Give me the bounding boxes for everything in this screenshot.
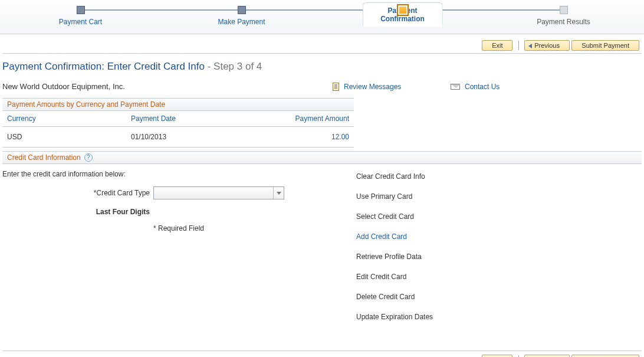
contact-us-label: Contact Us (465, 83, 500, 91)
chevron-down-icon (277, 192, 281, 195)
previous-label: Previous (534, 42, 560, 49)
action-add-cc[interactable]: Add Credit Card (356, 230, 642, 250)
wizard-step-payment-results[interactable]: Payment Results (483, 0, 644, 26)
wizard-step-make-payment[interactable]: Make Payment (161, 0, 322, 26)
col-currency[interactable]: Currency (2, 111, 126, 127)
section-title: Credit Card Information (7, 153, 81, 162)
col-payment-date[interactable]: Payment Date (126, 111, 274, 127)
form-row-last-four: Last Four Digits (2, 208, 333, 216)
last-four-label: Last Four Digits (2, 208, 153, 216)
action-clear-cc[interactable]: Clear Credit Card Info (356, 170, 642, 190)
contact-us-link[interactable]: Contact Us (451, 83, 545, 91)
col-payment-amount[interactable]: Payment Amount (274, 111, 354, 127)
cell-currency: USD (2, 127, 126, 148)
section-cc-info: Credit Card Information ? (2, 151, 642, 164)
payment-amounts-table: Currency Payment Date Payment Amount USD… (2, 111, 354, 148)
review-messages-link[interactable]: Review Messages (333, 83, 451, 91)
page-title-step: - Step 3 of 4 (205, 61, 262, 72)
cell-date: 01/10/2013 (126, 127, 274, 148)
exit-button[interactable]: Exit (482, 40, 512, 51)
cc-form: Enter the credit card information below:… (2, 170, 333, 330)
cc-type-select[interactable] (153, 186, 284, 199)
wizard-step-payment-confirmation[interactable]: Payment Confirmation (322, 0, 483, 26)
company-row: New World Outdoor Equipment, Inc. Review… (0, 78, 644, 94)
divider (2, 53, 642, 54)
step-box-future-icon (560, 6, 568, 14)
submit-payment-button[interactable]: Submit Payment (571, 40, 639, 51)
step-box-icon (77, 6, 85, 14)
help-icon[interactable]: ? (84, 153, 93, 162)
action-edit-cc[interactable]: Edit Credit Card (356, 270, 642, 290)
envelope-icon (451, 84, 460, 90)
action-use-primary[interactable]: Use Primary Card (356, 190, 642, 210)
wizard-step-payment-cart[interactable]: Payment Cart (0, 0, 161, 26)
section-payment-amounts: Payment Amounts by Currency and Payment … (2, 98, 354, 111)
company-name: New World Outdoor Equipment, Inc. (2, 82, 333, 91)
wizard-bar: Payment Cart Make Payment Payment Confir… (0, 0, 644, 34)
action-row-bottom: Exit Previous Submit Payment (0, 351, 644, 357)
form-row-cc-type: *Credit Card Type (2, 186, 333, 199)
action-retrieve-profile[interactable]: Retrieve Profile Data (356, 250, 642, 270)
review-messages-label: Review Messages (344, 83, 401, 91)
chevron-left-icon (528, 44, 532, 48)
submit-payment-button[interactable]: Submit Payment (571, 355, 639, 357)
action-select-cc[interactable]: Select Credit Card (356, 210, 642, 230)
action-delete-cc[interactable]: Delete Credit Card (356, 290, 642, 310)
page-title: Payment Confirmation: Enter Credit Card … (0, 58, 644, 78)
previous-button[interactable]: Previous (524, 40, 570, 51)
cc-area: Enter the credit card information below:… (2, 170, 642, 330)
wizard-step-label: Payment Results (537, 18, 590, 26)
step-box-icon (238, 6, 246, 14)
cc-intro-text: Enter the credit card information below: (2, 170, 333, 178)
cc-type-label: *Credit Card Type (2, 189, 153, 197)
required-field-note: * Required Field (2, 224, 333, 232)
wizard-step-label: Payment Cart (59, 18, 102, 26)
wizard-step-label: Make Payment (218, 18, 265, 26)
action-row-top: Exit Previous Submit Payment (0, 37, 644, 53)
previous-button[interactable]: Previous (524, 355, 570, 357)
select-arrow (273, 187, 284, 199)
table-row: USD 01/10/2013 12.00 (2, 127, 354, 148)
exit-button[interactable]: Exit (482, 355, 512, 357)
cell-amount[interactable]: 12.00 (274, 127, 354, 148)
clipboard-icon (333, 83, 339, 91)
page-title-main: Payment Confirmation: Enter Credit Card … (2, 61, 205, 72)
action-update-expiration[interactable]: Update Expiration Dates (356, 310, 642, 330)
section-title: Payment Amounts by Currency and Payment … (7, 100, 165, 109)
cc-actions-list: Clear Credit Card Info Use Primary Card … (356, 170, 642, 330)
step-box-current-icon (397, 4, 409, 16)
separator (518, 41, 519, 50)
